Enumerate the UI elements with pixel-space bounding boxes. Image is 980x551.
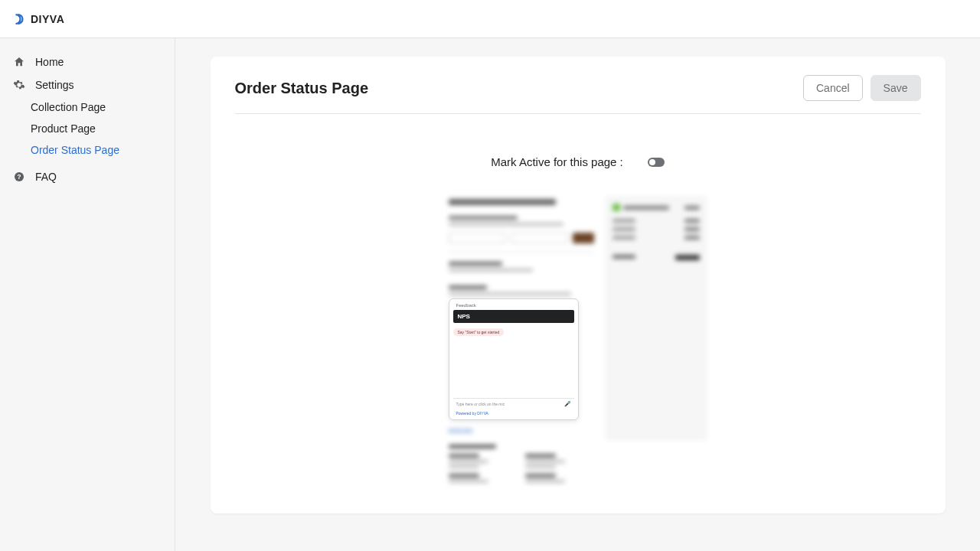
preview-blur-left <box>449 199 594 295</box>
settings-card: Order Status Page Cancel Save Mark Activ… <box>211 57 946 514</box>
main-content: Order Status Page Cancel Save Mark Activ… <box>175 38 980 551</box>
preview-blur-bottom: xxxxxx xxxx <box>449 420 594 483</box>
powered-by: Powered by DIYVA <box>453 409 574 416</box>
app-header: DIYVA <box>0 0 980 38</box>
home-icon <box>12 56 26 68</box>
brand-logo-icon <box>12 12 26 26</box>
active-toggle-row: Mark Active for this page : <box>235 155 921 168</box>
sidebar-item-faq[interactable]: ? FAQ <box>0 165 175 188</box>
action-buttons: Cancel Save <box>803 75 921 101</box>
page-title: Order Status Page <box>235 80 369 97</box>
brand-name: DIYVA <box>31 13 64 25</box>
svg-text:?: ? <box>17 173 21 181</box>
sidebar-item-label: Home <box>35 56 64 68</box>
sidebar-item-collection-page[interactable]: Collection Page <box>0 96 175 118</box>
sidebar: Home Settings Collection Page Product Pa… <box>0 38 175 551</box>
help-circle-icon: ? <box>12 171 26 183</box>
save-button[interactable]: Save <box>871 75 921 101</box>
sidebar-item-label: FAQ <box>35 171 57 183</box>
active-toggle[interactable] <box>648 158 665 167</box>
feedback-input-placeholder: Type here or click on the mic <box>456 402 505 406</box>
feedback-widget: Feedback NPS Say "Start" to get started … <box>449 298 579 420</box>
sidebar-item-home[interactable]: Home <box>0 51 175 73</box>
start-chip: Say "Start" to get started <box>453 328 505 336</box>
cancel-button[interactable]: Cancel <box>803 75 863 101</box>
sidebar-item-settings[interactable]: Settings <box>0 73 175 96</box>
brand-logo: DIYVA <box>12 12 64 26</box>
preview-summary <box>605 196 707 441</box>
card-header: Order Status Page Cancel Save <box>235 75 921 114</box>
feedback-input-row: Type here or click on the mic 🎤 <box>453 398 574 409</box>
nps-header: NPS <box>453 310 574 323</box>
sidebar-item-product-page[interactable]: Product Page <box>0 118 175 139</box>
feedback-label: Feedback <box>453 303 574 308</box>
sidebar-item-label: Settings <box>35 79 74 91</box>
page-preview: Feedback NPS Say "Start" to get started … <box>235 196 921 483</box>
sidebar-item-order-status-page[interactable]: Order Status Page <box>0 139 175 161</box>
toggle-label: Mark Active for this page : <box>491 155 623 168</box>
gear-icon <box>12 79 26 91</box>
microphone-icon: 🎤 <box>564 401 571 407</box>
